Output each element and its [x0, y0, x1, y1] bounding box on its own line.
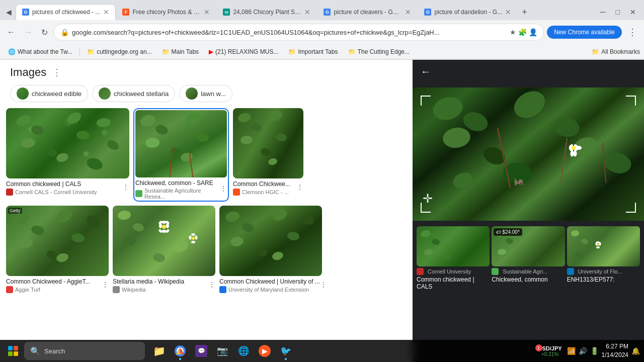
panel-back-button[interactable]: ← [421, 66, 431, 77]
card-more-6[interactable]: ⋮ [320, 281, 327, 289]
card-more-3[interactable]: ⋮ [296, 183, 303, 191]
start-button[interactable] [4, 342, 22, 360]
panel-thumbnails: Cornell University Common chickweed | CA… [413, 224, 644, 292]
thumb-source-icon-2 [492, 268, 499, 275]
new-chrome-button[interactable]: New Chrome available [547, 26, 622, 39]
settings-button[interactable]: ⋮ [625, 24, 640, 41]
notification-bell-icon[interactable]: 🔔 [631, 347, 640, 355]
card-source-2: Sustainable Agriculture Resea... [135, 188, 220, 200]
taskbar-search[interactable]: 🔍 Search [24, 342, 145, 360]
maximize-button[interactable]: □ [612, 6, 624, 19]
tab-chicory-stock[interactable]: IS 24,086 Chicory Plant Sto... ✕ [216, 4, 317, 20]
crosshair-cursor[interactable]: ✛ [423, 192, 433, 206]
tab-chickweed[interactable]: G pictures of chickweed - ... ✕ [16, 4, 116, 20]
tab-dandelion[interactable]: G picture of dandelion - G... ✕ [418, 4, 518, 20]
bookmark-cutting-edge[interactable]: 📁 The Cutting Edge... [344, 47, 414, 56]
taskbar-app-camera[interactable]: 📷 [212, 340, 232, 362]
thumb-2-source: Sustainable Agri... [492, 268, 565, 275]
chip-label-3: lawn w... [201, 90, 226, 98]
card-2-bottom: Chickweed, common - SARE Sustainable Agr… [135, 177, 227, 200]
currency-widget[interactable]: 1 USD/JPY +0.21% [536, 345, 564, 357]
card-more-1[interactable]: ⋮ [122, 183, 129, 191]
main-content: Images ⋮ chickweed edible chickweed stel… [0, 60, 644, 362]
taskbar-app-firefox[interactable]: 🌐 [233, 340, 254, 362]
source-name-3: Clemson HGIC - ... [242, 189, 289, 195]
currency-notification-badge: 1 [535, 344, 542, 351]
bookmark-relaxing[interactable]: ▶ (21) RELAXING MUS... [205, 47, 282, 56]
card-source-6: University of Maryland Extension [219, 286, 320, 293]
all-bookmarks-button[interactable]: 📁 All Bookmarks [592, 48, 640, 55]
plant-image-1 [6, 108, 129, 178]
reload-button[interactable]: ↻ [38, 25, 51, 40]
card-6-bottom: Common Chickweed | University of ... Uni… [219, 276, 322, 293]
system-tray: 📶 🔊 🔋 [567, 347, 599, 355]
file-explorer-icon: 📁 [153, 345, 165, 357]
taskbar-app-media[interactable]: ▶ [255, 340, 275, 362]
panel-thumb-2[interactable]: 🏷 $24.00* Sustainable Agri... Chickweed,… [492, 226, 565, 290]
chip-chickweed-stellaria[interactable]: chickweed stellaria [92, 85, 175, 102]
tab-close-1[interactable]: ✕ [103, 8, 109, 16]
bookmark-icon-3: 📁 [162, 48, 170, 55]
chip-lawn[interactable]: lawn w... [179, 85, 232, 102]
tab-cleavers[interactable]: G picture of cleavers - Goo... ✕ [317, 4, 418, 20]
close-window-button[interactable]: ✕ [626, 6, 640, 19]
teams-icon: 💬 [195, 345, 207, 357]
image-card-1[interactable]: Common chickweed | CALS Cornell CALS - C… [6, 108, 129, 202]
chip-label-1: chickweed edible [32, 90, 82, 98]
tab-back-btn[interactable]: ◀ [4, 7, 14, 17]
chip-avatar-2 [99, 87, 111, 100]
chip-avatar-3 [186, 87, 198, 100]
card-source-4: Aggie Turf [6, 286, 102, 293]
card-1-bottom: Common chickweed | CALS Cornell CALS - C… [6, 178, 129, 196]
address-bar[interactable]: 🔒 google.com/search?q=pictures+of+chickw… [54, 24, 544, 41]
card-more-4[interactable]: ⋮ [102, 281, 109, 289]
taskbar-app-chrome[interactable] [170, 340, 190, 362]
image-card-5[interactable]: Stellaria media - Wikipedia Wikipedia ⋮ [113, 206, 215, 293]
panel-thumb-1[interactable]: Cornell University Common chickweed | CA… [417, 226, 490, 290]
taskbar-clock[interactable]: 6:27 PM 1/14/2024 [602, 342, 628, 359]
chrome-active-indicator [179, 358, 181, 360]
bookmark-what-about[interactable]: 🌐 What about the Tw... [4, 47, 76, 56]
thumb-source-label-2: Sustainable Agri... [503, 268, 547, 275]
taskbar-app-teams[interactable]: 💬 [191, 340, 211, 362]
panel-main-image[interactable]: 🦗 ✛ [413, 83, 644, 224]
tab-title-5: picture of dandelion - G... [434, 9, 502, 16]
back-button[interactable]: ← [4, 25, 18, 40]
card-source-1: Cornell CALS - Cornell University [6, 189, 122, 196]
chip-label-2: chickweed stellaria [114, 90, 169, 98]
image-card-2[interactable]: Chickweed, common - SARE Sustainable Agr… [133, 108, 229, 202]
tab-close-3[interactable]: ✕ [304, 8, 310, 16]
extensions-button[interactable]: 🧩 [518, 28, 527, 36]
network-icon[interactable]: 📶 [567, 347, 576, 355]
tab-close-5[interactable]: ✕ [505, 8, 511, 16]
battery-icon[interactable]: 🔋 [590, 347, 599, 355]
images-more-button[interactable]: ⋮ [52, 67, 61, 78]
source-favicon-4 [6, 286, 13, 293]
tab-close-4[interactable]: ✕ [405, 8, 411, 16]
bookmark-main-tabs[interactable]: 📁 Main Tabs [158, 47, 203, 56]
profile-button[interactable]: 👤 [529, 28, 537, 36]
image-card-3[interactable]: Common Chickwee... Clemson HGIC - ... ⋮ [233, 108, 303, 202]
minimize-button[interactable]: ─ [596, 6, 609, 19]
card-more-2[interactable]: ⋮ [220, 185, 227, 193]
bookmark-cuttingedge[interactable]: 📁 cuttingedge.org an... [83, 47, 155, 56]
bookmark-star-button[interactable]: ★ [510, 28, 516, 36]
url-text: google.com/search?q=pictures+of+chickwee… [72, 29, 507, 36]
taskbar-search-label: Search [44, 347, 65, 355]
card-more-5[interactable]: ⋮ [208, 281, 215, 289]
image-card-6[interactable]: Common Chickweed | University of ... Uni… [219, 206, 322, 293]
volume-icon[interactable]: 🔊 [579, 347, 587, 355]
forward-button[interactable]: → [21, 25, 35, 40]
image-card-4[interactable]: Getty Common Chickweed - AggieT... Aggie… [6, 206, 109, 293]
panel-thumb-3[interactable]: University of Flo... ENH1313/EP577: [567, 226, 640, 290]
tab-chicory-photos[interactable]: F Free chicory Photos & P... ✕ [116, 4, 216, 20]
bookmark-separator-1 [79, 48, 80, 56]
taskbar-app-file-explorer[interactable]: 📁 [149, 340, 169, 362]
bookmark-icon-2: 📁 [87, 48, 95, 55]
bookmark-important[interactable]: 📁 Important Tabs [284, 47, 342, 56]
taskbar-app-bird[interactable]: 🐦 [276, 340, 296, 362]
new-tab-button[interactable]: + [518, 7, 531, 18]
source-name-5: Wikipedia [122, 287, 146, 293]
tab-close-2[interactable]: ✕ [204, 8, 210, 16]
chip-chickweed-edible[interactable]: chickweed edible [10, 85, 88, 102]
